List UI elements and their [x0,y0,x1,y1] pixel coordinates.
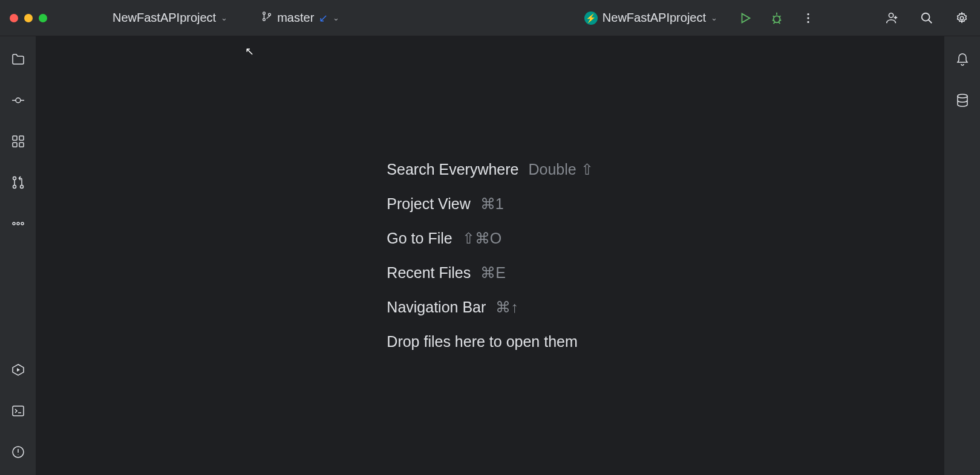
project-name: NewFastAPIproject [113,11,216,25]
problems-tool-button[interactable] [10,444,27,460]
hint-shortcut: ⌘↑ [495,299,518,316]
settings-button[interactable] [953,10,970,27]
run-config-name: NewFastAPIproject [603,11,706,25]
more-tools-button[interactable] [10,215,27,232]
database-tool-button[interactable] [954,92,971,109]
hint-label: Go to File [387,230,452,247]
run-button[interactable] [737,10,754,27]
svg-point-2 [269,13,271,16]
svg-point-4 [807,13,809,15]
empty-state: Search Everywhere Double ⇧ Project View … [387,161,593,351]
project-selector[interactable]: NewFastAPIproject ⌄ [108,8,232,27]
svg-point-1 [263,18,266,21]
left-toolbar [0,36,36,475]
chevron-down-icon: ⌄ [221,13,227,22]
cursor-icon: ↖ [245,45,254,58]
hint-shortcut: ⌘1 [480,195,504,213]
branch-selector[interactable]: master ↙ ⌄ [256,8,344,27]
svg-point-19 [17,222,19,225]
svg-point-7 [889,13,893,17]
svg-point-16 [13,186,16,189]
branch-icon [261,11,272,25]
svg-rect-13 [13,143,17,147]
drop-hint: Drop files here to open them [387,333,593,351]
branch-name: master [277,11,314,25]
hint-shortcut: ⇧⌘O [462,230,501,247]
structure-tool-button[interactable] [10,133,27,150]
hint-label: Project View [387,195,471,213]
services-tool-button[interactable] [10,361,27,378]
svg-point-0 [263,12,266,15]
chevron-down-icon: ⌄ [711,13,717,22]
svg-point-8 [922,13,930,21]
hint-search-everywhere[interactable]: Search Everywhere Double ⇧ [387,161,593,178]
debug-button[interactable] [768,10,785,27]
svg-rect-12 [19,136,24,140]
more-actions-button[interactable] [800,10,817,27]
fastapi-icon: ⚡ [584,11,598,25]
hint-navigation-bar[interactable]: Navigation Bar ⌘↑ [387,299,593,316]
terminal-tool-button[interactable] [10,402,27,419]
hint-project-view[interactable]: Project View ⌘1 [387,195,593,213]
chevron-down-icon: ⌄ [333,13,339,22]
run-config-selector[interactable]: ⚡ NewFastAPIproject ⌄ [580,8,722,27]
minimize-window-button[interactable] [24,14,33,22]
project-tool-button[interactable] [10,51,27,68]
hint-label: Navigation Bar [387,299,486,316]
commit-tool-button[interactable] [10,92,27,109]
hint-label: Search Everywhere [387,161,518,178]
hint-shortcut: ⌘E [480,264,506,282]
maximize-window-button[interactable] [39,14,47,22]
svg-point-9 [960,16,964,20]
svg-point-5 [807,17,809,19]
hint-go-to-file[interactable]: Go to File ⇧⌘O [387,230,593,247]
hint-recent-files[interactable]: Recent Files ⌘E [387,264,593,282]
run-actions [737,10,817,27]
titlebar: NewFastAPIproject ⌄ master ↙ ⌄ ⚡ NewFast… [0,0,980,36]
titlebar-right [883,10,970,27]
search-button[interactable] [918,10,935,27]
hint-shortcut: Double ⇧ [528,161,593,178]
incoming-changes-icon: ↙ [319,11,328,25]
hint-label: Recent Files [387,264,471,282]
svg-point-20 [21,222,24,225]
pull-requests-tool-button[interactable] [10,174,27,191]
svg-point-23 [958,94,967,98]
code-with-me-button[interactable] [883,10,900,27]
window-controls [10,14,47,22]
svg-point-10 [16,98,21,103]
svg-point-15 [13,177,16,180]
svg-point-6 [807,21,809,22]
svg-point-17 [20,186,23,189]
svg-rect-21 [13,406,24,416]
right-toolbar [944,36,980,475]
editor-area[interactable]: ↖ Search Everywhere Double ⇧ Project Vie… [36,36,944,475]
close-window-button[interactable] [10,14,18,22]
svg-rect-14 [19,143,24,147]
svg-rect-11 [13,136,17,140]
svg-point-18 [13,222,15,225]
notifications-tool-button[interactable] [954,51,971,68]
